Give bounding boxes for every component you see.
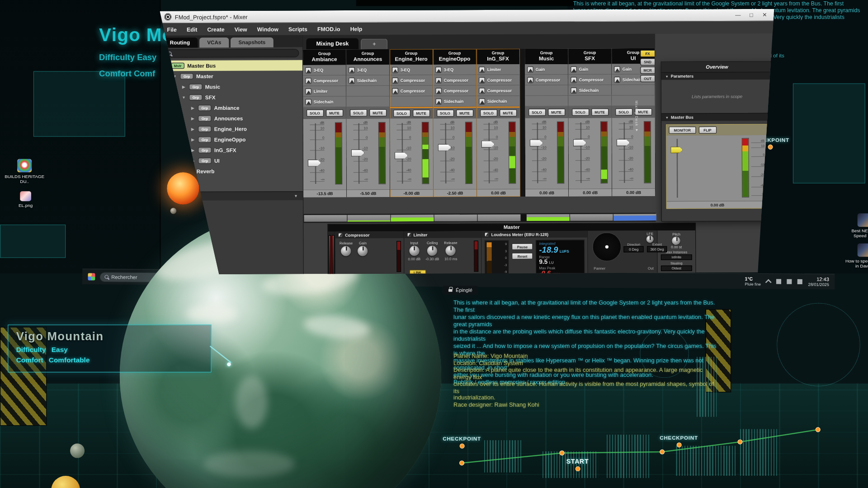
effect-slot-3-eq[interactable]: 3-EQ (433, 65, 476, 75)
view-button-fx[interactable]: FX (640, 50, 655, 57)
tree-expand-icon[interactable]: ▼ (181, 95, 186, 99)
solo-button[interactable]: SOLO (349, 109, 367, 116)
max-instances-select[interactable]: Infinite (661, 254, 692, 260)
effect-slot-compressor[interactable]: Compressor (476, 75, 519, 86)
effect-slot-gain[interactable]: Gain (525, 64, 568, 75)
effect-slot-compressor[interactable]: Compressor (433, 75, 476, 86)
limiter-input-knob[interactable] (409, 246, 419, 256)
solo-button[interactable]: SOLO (306, 109, 323, 117)
clock-widget[interactable]: 12:43 28/01/2025 (808, 276, 829, 287)
strip-fader[interactable]: dB100-10-20-40-∞ (434, 118, 476, 189)
maximize-button[interactable]: □ (746, 12, 756, 18)
mute-button[interactable]: MUTE (591, 108, 608, 115)
tree-expand-icon[interactable]: ▶ (190, 137, 195, 142)
collapse-icon[interactable]: ▼ (293, 194, 298, 198)
effect-slot-compressor[interactable]: Compressor (476, 85, 519, 96)
effect-slot-compressor[interactable]: Compressor (525, 75, 568, 85)
mixing-desk-vertical-label[interactable]: Mixing Desk ▼ (635, 101, 639, 132)
tree-expand-icon[interactable]: ▶ (190, 127, 195, 131)
mute-button[interactable]: MUTE (456, 109, 473, 117)
effect-slot-sidechain[interactable]: Sidechain (346, 75, 389, 86)
menu-create[interactable]: Create (202, 24, 230, 34)
menu-edit[interactable]: Edit (182, 24, 202, 34)
mute-button[interactable]: MUTE (547, 108, 565, 116)
direction-value[interactable]: 0 Deg (624, 246, 644, 253)
surround-panner[interactable] (593, 232, 622, 261)
mixer-strip-ing-sfx[interactable]: GroupInG_SFXLimiterCompressorCompressorS… (476, 49, 520, 197)
mute-button[interactable]: MUTE (412, 109, 429, 117)
solo-button[interactable]: SOLO (615, 108, 632, 115)
reset-button[interactable]: Reset (512, 253, 533, 259)
mixer-strip-music[interactable]: GroupMusicGainCompressorSOLOMUTEdB100-10… (525, 48, 569, 197)
stealing-select[interactable]: Oldest (661, 265, 692, 271)
desktop-icon-builds[interactable]: BUILDS HERITAGE DU.. (5, 159, 45, 184)
flip-button[interactable]: FLIP (698, 127, 717, 134)
effect-slot-3-eq[interactable]: 3-EQ (390, 65, 433, 75)
effect-slot-limiter[interactable]: Limiter (303, 86, 346, 97)
strip-fader[interactable]: dB100-10-20-40-∞ (612, 117, 655, 188)
master-bus-section-header[interactable]: ▼ Master Bus (661, 113, 773, 121)
view-button-mcr[interactable]: MCR (640, 66, 655, 74)
desktop-icon-best-new[interactable]: Best NEW To Speed Ra.. (844, 213, 868, 238)
compressor-gain-knob[interactable] (358, 246, 368, 256)
strip-fader[interactable]: dB100-10-20-40-∞ (569, 117, 612, 189)
menu-window[interactable]: Window (252, 24, 283, 34)
effect-slot-compressor[interactable]: Compressor (568, 75, 611, 85)
tree-item-master[interactable]: ▼GrpMaster (160, 70, 302, 81)
solo-button[interactable]: SOLO (480, 109, 497, 116)
view-button-snd[interactable]: SND (640, 58, 655, 66)
effect-slot-3-eq[interactable]: 3-EQ (346, 65, 389, 75)
overview-fader[interactable]: dB100-10-20-40-∞ (666, 135, 768, 201)
tab-mixing-desk[interactable]: Mixing Desk (306, 38, 359, 49)
effect-slot-compressor[interactable]: Compressor (303, 75, 346, 86)
tab-vcas[interactable]: VCAs (199, 38, 229, 47)
effect-slot-sidechain[interactable]: Sidechain (433, 96, 476, 107)
volume-icon[interactable] (787, 279, 792, 284)
overview-segment[interactable] (613, 214, 656, 221)
effect-slot-compressor[interactable]: Compressor (390, 75, 433, 86)
effect-slot-limiter[interactable]: Limiter (476, 64, 519, 75)
monitor-button[interactable]: MONITOR (669, 127, 696, 134)
strip-fader[interactable]: dB100-10-20-40-∞ (525, 117, 568, 189)
parameters-section-header[interactable]: ▼ Parameters (661, 72, 773, 80)
menu-scripts[interactable]: Scripts (283, 24, 312, 33)
mixer-strip-engineoppo[interactable]: GroupEngineOppo3-EQCompressorCompressorS… (433, 49, 477, 197)
strip-fader[interactable]: dB100-10-20-40-∞ (303, 118, 346, 190)
overview-segment[interactable] (348, 215, 391, 221)
effect-slot-sidechain[interactable]: Sidechain (568, 85, 611, 96)
overview-segment[interactable] (527, 214, 570, 221)
pitch-knob[interactable] (672, 237, 681, 245)
start-menu-icon[interactable] (88, 273, 95, 280)
weather-widget[interactable]: 1°C Pluie fine (745, 276, 761, 286)
effect-slot-compressor[interactable]: Compressor (390, 86, 433, 97)
effect-slot-gain[interactable]: Gain (568, 64, 611, 75)
overview-segment[interactable] (570, 214, 613, 221)
effect-slot-sidechain[interactable]: Sidechain (476, 96, 519, 107)
solo-button[interactable]: SOLO (393, 109, 410, 117)
wifi-icon[interactable] (776, 279, 781, 284)
fader-thumb[interactable] (670, 146, 683, 153)
compressor-release-knob[interactable] (341, 246, 351, 256)
mixer-strip-sfx[interactable]: GroupSFXGainCompressorSidechainSOLOMUTEd… (568, 48, 612, 197)
overview-segment[interactable] (391, 215, 434, 221)
extent-value[interactable]: 360 Deg (647, 246, 667, 253)
routing-search-input[interactable] (163, 49, 299, 57)
desktop-icon-speed-ramp[interactable]: How to speed ramp in Davin.. (844, 244, 868, 268)
mute-button[interactable]: MUTE (499, 109, 516, 116)
tree-item-master-bus[interactable]: ▼MstrMaster Bus (160, 60, 302, 71)
strip-fader[interactable]: dB100-10-20-40-∞ (347, 118, 390, 189)
solo-button[interactable]: SOLO (571, 108, 589, 116)
menu-help[interactable]: Help (345, 24, 368, 33)
strip-fader[interactable]: dB100-10-20-40-∞ (477, 117, 520, 189)
tree-item-sfx[interactable]: ▼GrpSFX (160, 92, 302, 103)
tree-expand-icon[interactable]: ▶ (181, 84, 186, 89)
mixer-strip-ambiance[interactable]: GroupAmbiance3-EQCompressorLimiterSidech… (303, 49, 347, 197)
mute-button[interactable]: MUTE (326, 109, 343, 116)
overview-segment[interactable] (478, 214, 521, 221)
add-tab-button[interactable]: + (361, 38, 387, 49)
desktop-icon-el-png[interactable]: EL.png (5, 191, 46, 208)
strip-fader[interactable]: dB100-10-20-40-∞ (390, 118, 433, 189)
overview-segment[interactable] (304, 215, 347, 222)
effect-slot-sidechain[interactable]: Sidechain (303, 97, 346, 108)
tree-item-music[interactable]: ▶GrpMusic (160, 81, 302, 92)
